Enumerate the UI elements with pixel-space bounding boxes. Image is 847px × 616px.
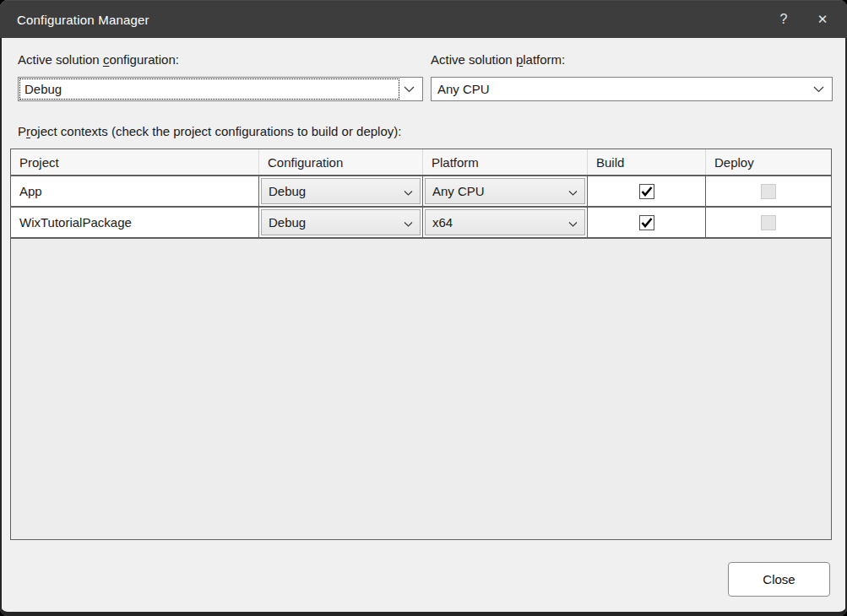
check-icon — [641, 218, 653, 228]
configuration-select[interactable]: Debug — [261, 178, 421, 204]
project-cell[interactable]: App — [11, 176, 259, 206]
label-text: oject contexts (check the project config… — [30, 124, 401, 138]
combo-value: Debug — [269, 215, 306, 230]
chevron-down-icon — [568, 184, 578, 198]
combo-value: Debug — [269, 184, 306, 198]
table-row: WixTutorialPackage Debug x64 — [11, 208, 831, 239]
combo-value: Debug — [24, 82, 62, 96]
chevron-down-icon — [404, 215, 413, 230]
build-checkbox[interactable] — [639, 184, 654, 199]
chevron-down-icon — [813, 86, 824, 93]
project-name: WixTutorialPackage — [11, 215, 132, 230]
active-platform-label: Active solution platform: — [431, 52, 565, 67]
combo-value: Any CPU — [432, 184, 485, 198]
project-contexts-label: Project contexts (check the project conf… — [18, 124, 401, 138]
configuration-select[interactable]: Debug — [261, 209, 421, 235]
chevron-down-icon — [404, 86, 415, 93]
column-header-configuration: Configuration — [259, 149, 423, 175]
project-cell[interactable]: WixTutorialPackage — [11, 208, 259, 237]
combo-value-wrap: Any CPU — [433, 79, 808, 99]
combo-value: Any CPU — [437, 82, 490, 96]
platform-select[interactable]: Any CPU — [425, 178, 585, 204]
label-text: P — [18, 124, 26, 138]
active-platform-select[interactable]: Any CPU — [431, 77, 833, 101]
titlebar: Configuration Manager ? ✕ — [0, 0, 847, 38]
configuration-cell: Debug — [259, 176, 423, 206]
check-icon — [641, 186, 653, 197]
combo-focus-rect: Debug — [20, 79, 399, 99]
project-contexts-grid: Project Configuration Platform Build Dep… — [10, 149, 832, 540]
chevron-down-icon — [404, 184, 413, 198]
label-text: Active solution — [431, 52, 516, 67]
active-configuration-select[interactable]: Debug — [18, 77, 423, 101]
titlebar-buttons: ? ✕ — [764, 1, 847, 38]
platform-cell: x64 — [423, 208, 588, 237]
column-header-deploy: Deploy — [706, 149, 831, 175]
window-title: Configuration Manager — [0, 13, 149, 27]
column-header-build: Build — [588, 149, 706, 175]
label-text: Active solution — [18, 52, 103, 67]
close-icon[interactable]: ✕ — [803, 1, 842, 38]
deploy-checkbox — [761, 184, 776, 199]
deploy-cell — [706, 176, 831, 206]
chevron-down-icon — [568, 215, 578, 230]
column-header-platform: Platform — [423, 149, 588, 175]
build-cell — [588, 208, 706, 237]
project-name: App — [11, 184, 42, 198]
close-button[interactable]: Close — [728, 562, 830, 597]
configuration-cell: Debug — [259, 208, 423, 237]
platform-cell: Any CPU — [423, 176, 588, 206]
build-cell — [588, 176, 706, 206]
platform-select[interactable]: x64 — [425, 209, 585, 235]
deploy-checkbox — [761, 215, 776, 230]
label-mnemonic: p — [516, 52, 523, 67]
label-text: onfiguration: — [109, 52, 179, 67]
label-text: latform: — [523, 52, 565, 67]
active-configuration-label: Active solution configuration: — [18, 52, 179, 67]
build-checkbox[interactable] — [639, 215, 654, 230]
deploy-cell — [706, 208, 831, 237]
combo-value: x64 — [432, 215, 453, 230]
configuration-manager-dialog: Configuration Manager ? ✕ Active solutio… — [0, 0, 847, 616]
table-row: App Debug Any CPU — [11, 176, 831, 208]
grid-header: Project Configuration Platform Build Dep… — [11, 149, 831, 176]
column-header-project: Project — [11, 149, 259, 175]
help-icon[interactable]: ? — [764, 1, 803, 38]
